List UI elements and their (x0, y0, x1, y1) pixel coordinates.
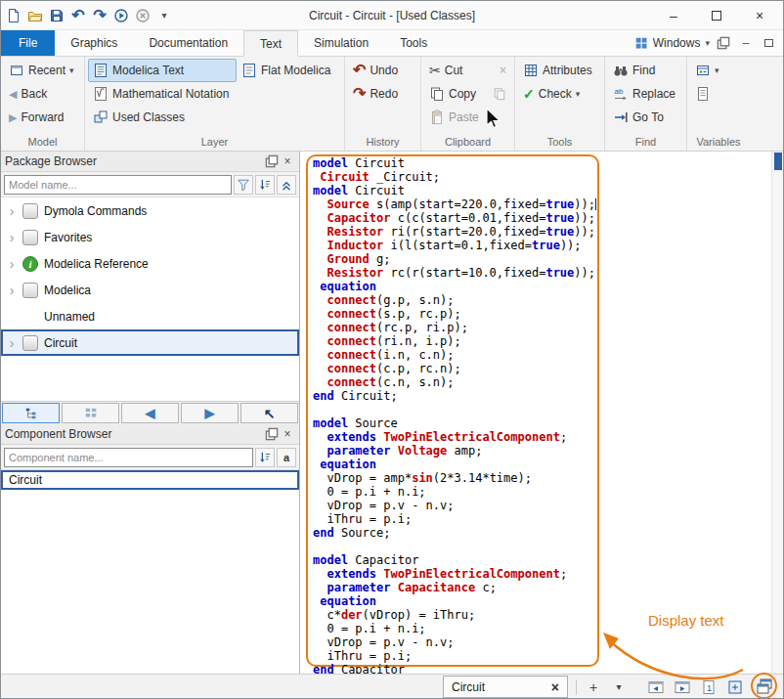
replace-label: Replace (632, 87, 675, 101)
tab-list-button[interactable]: ▾ (610, 677, 628, 697)
maximize-button[interactable] (695, 2, 738, 29)
editor-scrollbar[interactable] (771, 152, 783, 674)
check-label: Check (539, 87, 572, 101)
navigate-back-button[interactable]: ◀ (121, 403, 179, 423)
float-panel-button[interactable] (264, 153, 280, 169)
display-text-button[interactable] (754, 676, 775, 697)
attributes-button[interactable]: Attributes (518, 59, 597, 82)
ribbon-group-clipboard: ✂ Cut × Copy Paste Clipboard (421, 57, 515, 151)
customize-toolbar-button[interactable]: ▾ (153, 4, 175, 27)
left-panel: Package Browser × ›Dymola Commands›Favor… (1, 152, 300, 674)
undo-ribbon-button[interactable]: ↶ Undo (348, 59, 403, 82)
flat-modelica-button[interactable]: Flat Modelica (237, 59, 335, 82)
open-file-button[interactable] (24, 4, 46, 27)
sort-button[interactable] (255, 175, 275, 195)
float-panel-button[interactable] (264, 426, 280, 442)
package-search-input[interactable] (4, 175, 232, 195)
previous-window-button[interactable] (645, 677, 667, 698)
tab-simulation[interactable]: Simulation (298, 30, 384, 56)
attributes-icon (523, 63, 539, 78)
find-button[interactable]: Find (608, 59, 680, 82)
match-case-button[interactable]: a (277, 448, 296, 467)
close-panel-button[interactable]: × (280, 153, 295, 169)
collapse-all-button[interactable] (277, 175, 296, 195)
new-file-button[interactable] (3, 4, 24, 27)
scrollbar-thumb[interactable] (774, 153, 782, 170)
close-button[interactable]: × (738, 2, 781, 29)
component-item-circuit[interactable]: Circuit (1, 470, 299, 490)
used-classes-label: Used Classes (112, 110, 185, 124)
single-window-button[interactable]: 1 (698, 677, 719, 698)
svg-text:1: 1 (707, 682, 712, 692)
run-button[interactable] (110, 4, 132, 27)
replace-button[interactable]: ab Replace (608, 82, 680, 106)
tree-item-dymola-commands[interactable]: ›Dymola Commands (1, 197, 299, 224)
fullscreen-button[interactable] (724, 677, 746, 698)
new-file-icon (6, 8, 22, 23)
code-line: extends TwoPinElectricalComponent; (313, 567, 767, 581)
redo-ribbon-button[interactable]: ↷ Redo (348, 82, 403, 106)
copy-button[interactable]: Copy (424, 82, 511, 106)
code-line (313, 403, 767, 416)
forward-button[interactable]: ▶ Forward (4, 106, 79, 129)
cut-button[interactable]: ✂ Cut × (424, 59, 511, 82)
used-classes-button[interactable]: Used Classes (88, 106, 237, 129)
goto-button[interactable]: Go To (608, 106, 680, 129)
chevron-down-icon[interactable]: ▾ (705, 38, 710, 48)
minimize-ribbon-button[interactable]: – (737, 34, 755, 52)
stop-button[interactable] (132, 4, 153, 27)
component-search-input[interactable] (4, 448, 253, 467)
cut-icon: ✂ (429, 63, 441, 78)
float-panel-button[interactable] (715, 34, 732, 52)
tab-tools[interactable]: Tools (384, 30, 443, 56)
tree-view-button[interactable] (2, 403, 60, 423)
modelica-text-editor[interactable]: model Circuit Circuit _Circuit;model Cir… (300, 152, 783, 674)
mathematical-notation-button[interactable]: Mathematical Notation (88, 82, 237, 106)
new-tab-button[interactable]: + (585, 677, 602, 697)
group-label-history: History (348, 135, 417, 151)
tab-text[interactable]: Text (243, 30, 298, 57)
float-panel-icon (717, 36, 730, 50)
tree-item-circuit[interactable]: ›Circuit (1, 329, 299, 356)
chevron-right-icon[interactable]: › (7, 335, 17, 351)
windows-menu-label[interactable]: Windows (653, 36, 701, 50)
mathematical-notation-icon (93, 86, 109, 102)
restore-panel-button[interactable] (760, 34, 777, 52)
variables-button[interactable]: ▾ (690, 59, 724, 82)
sort-button[interactable] (255, 448, 275, 467)
undo-button[interactable]: ↶ (67, 4, 89, 27)
ribbon-group-history: ↶ Undo ↷ Redo History (345, 57, 421, 151)
tree-item-modelica-reference[interactable]: ›iModelica Reference (1, 250, 299, 277)
tree-item-modelica[interactable]: ›Modelica (1, 277, 299, 303)
save-button[interactable] (46, 4, 67, 27)
close-panel-button[interactable]: × (280, 426, 295, 442)
redo-button[interactable]: ↷ (89, 4, 110, 27)
go-to-top-button[interactable]: ↖ (240, 403, 298, 423)
grid-view-button[interactable] (62, 403, 119, 423)
chevron-right-icon[interactable]: › (7, 230, 17, 245)
document-tab-circuit[interactable]: Circuit × (443, 676, 568, 698)
code-area[interactable]: model Circuit Circuit _Circuit;model Cir… (313, 156, 767, 674)
chevron-right-icon[interactable]: › (7, 256, 17, 272)
check-button[interactable]: ✓ Check ▾ (518, 82, 597, 106)
float-panel-icon (265, 154, 279, 168)
modelica-text-button[interactable]: Modelica Text (88, 59, 237, 82)
navigate-forward-button[interactable]: ▶ (181, 403, 239, 423)
filter-button[interactable] (234, 175, 253, 195)
package-icon (22, 230, 38, 245)
tab-documentation[interactable]: Documentation (133, 30, 243, 56)
chevron-right-icon[interactable]: › (7, 283, 17, 298)
minimize-button[interactable]: – (652, 2, 695, 29)
chevron-right-icon[interactable]: › (7, 203, 17, 219)
tree-item-unnamed[interactable]: Unnamed (1, 303, 299, 329)
next-window-button[interactable] (672, 677, 693, 698)
tree-item-favorites[interactable]: ›Favorites (1, 224, 299, 250)
code-line: model Circuit (313, 156, 767, 170)
close-tab-icon[interactable]: × (551, 679, 559, 695)
back-button[interactable]: ◀ Back (4, 82, 79, 106)
float-panel-icon (265, 427, 279, 441)
tab-graphics[interactable]: Graphics (55, 30, 133, 56)
recent-button[interactable]: Recent ▾ (4, 59, 79, 82)
tab-file[interactable]: File (1, 30, 55, 56)
variables-doc-button[interactable] (690, 82, 724, 106)
